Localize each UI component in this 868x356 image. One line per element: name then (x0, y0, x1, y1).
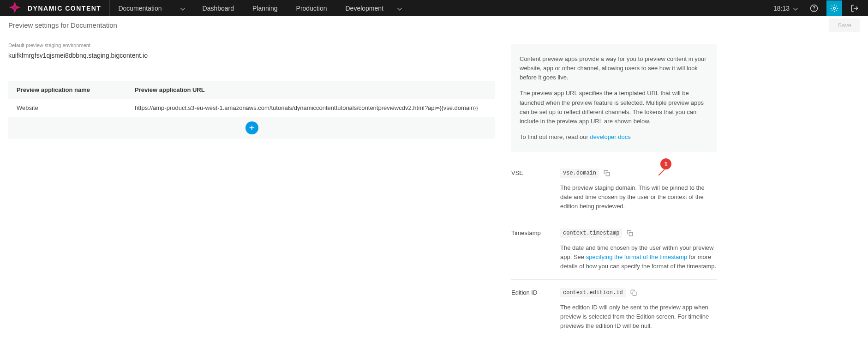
info-panel: Content preview apps provide a way for y… (511, 42, 717, 339)
environment-section: Default preview staging environment (8, 42, 495, 63)
token-code: vse.domain (560, 169, 599, 178)
page-title: Preview settings for Documentation (8, 21, 117, 29)
brand-area: DYNAMIC CONTENT (0, 0, 110, 16)
token-row-timestamp: Timestamp context.timestamp The date and… (511, 220, 717, 280)
app-name-cell: Website (17, 104, 135, 111)
top-navigation: DYNAMIC CONTENT Documentation Dashboard … (0, 0, 868, 16)
nav-items: Dashboard Planning Production Developmen… (193, 0, 411, 16)
nav-development[interactable]: Development (336, 0, 412, 16)
svg-rect-4 (606, 172, 610, 176)
chevron-down-icon (793, 5, 798, 12)
token-label: Timestamp (511, 229, 552, 271)
main-content: Default preview staging environment Prev… (8, 42, 495, 339)
app-url-cell: https://amp-product.s3-eu-west-1.amazona… (135, 104, 487, 111)
token-description: The date and time chosen by the user wit… (560, 243, 717, 271)
table-row[interactable]: Website https://amp-product.s3-eu-west-1… (8, 99, 495, 117)
plus-icon: + (249, 123, 255, 133)
logout-button[interactable] (847, 0, 862, 16)
token-row-vse: VSE 1 vse.domain The preview staging dom… (511, 160, 717, 220)
svg-rect-5 (629, 232, 633, 236)
section-dropdown[interactable]: Documentation (110, 0, 193, 16)
environment-label: Default preview staging environment (8, 42, 495, 48)
time-display[interactable]: 18:13 (770, 5, 802, 12)
developer-docs-link[interactable]: developer docs (590, 133, 630, 140)
section-dropdown-label: Documentation (118, 5, 162, 12)
token-description: The preview staging domain. This will be… (560, 183, 717, 211)
intro-p2: The preview app URL specifies the a temp… (520, 89, 708, 126)
time-value: 18:13 (773, 5, 790, 12)
token-row-edition: Edition ID context.edition.id The editio… (511, 280, 717, 339)
chevron-down-icon (180, 5, 185, 12)
help-button[interactable] (806, 0, 822, 16)
nav-production[interactable]: Production (287, 0, 336, 16)
nav-planning[interactable]: Planning (243, 0, 287, 16)
page-header: Preview settings for Documentation Save (0, 16, 868, 34)
nav-dashboard[interactable]: Dashboard (193, 0, 244, 16)
timestamp-format-link[interactable]: specifying the format of the timestamp (586, 253, 688, 260)
token-label: VSE (511, 169, 552, 211)
nav-right: 18:13 (770, 0, 868, 16)
add-row-area: + (8, 117, 495, 139)
table-header: Preview application name Preview applica… (8, 81, 495, 99)
token-description: The edition ID will only be sent to the … (560, 303, 717, 331)
chevron-down-icon (397, 5, 402, 12)
token-label: Edition ID (511, 288, 552, 331)
intro-p1: Content preview apps provide a way for y… (520, 54, 708, 82)
svg-point-3 (833, 7, 836, 9)
brand-text: DYNAMIC CONTENT (28, 5, 101, 12)
svg-point-2 (814, 10, 814, 10)
column-header-url: Preview application URL (135, 86, 487, 93)
copy-button[interactable] (604, 170, 610, 176)
svg-rect-6 (633, 292, 636, 296)
intro-p3: To find out more, read our developer doc… (520, 133, 708, 142)
add-app-button[interactable]: + (245, 121, 258, 134)
column-header-name: Preview application name (17, 86, 135, 93)
copy-button[interactable] (627, 230, 633, 236)
settings-button[interactable] (826, 0, 842, 16)
preview-apps-table: Preview application name Preview applica… (8, 81, 495, 139)
svg-point-0 (13, 6, 17, 9)
token-code: context.edition.id (560, 288, 626, 297)
environment-input[interactable] (8, 50, 495, 63)
copy-button[interactable] (630, 290, 637, 296)
token-code: context.timestamp (560, 229, 622, 238)
logo-icon (8, 1, 21, 15)
info-intro: Content preview apps provide a way for y… (511, 44, 717, 152)
save-button[interactable]: Save (829, 18, 860, 32)
callout-badge: 1 (660, 158, 671, 169)
